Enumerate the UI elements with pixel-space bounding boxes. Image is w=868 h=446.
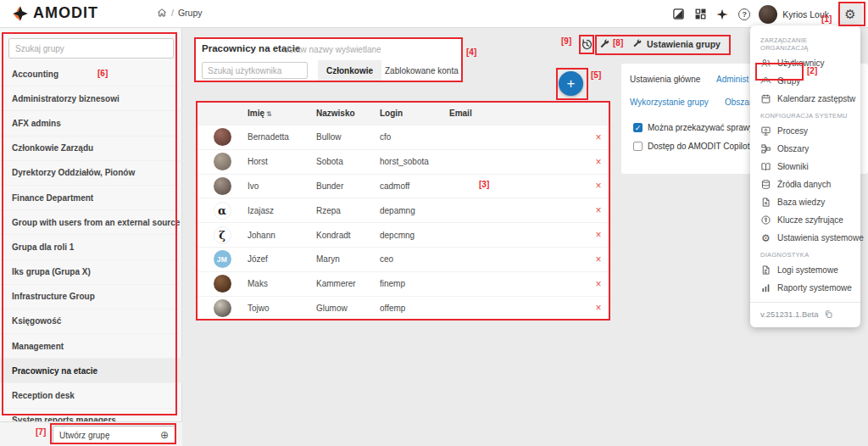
table-row[interactable]: ζ Johann Kondradt depcmng × bbox=[197, 222, 610, 247]
groups-icon bbox=[760, 75, 771, 86]
history-icon[interactable] bbox=[579, 36, 594, 52]
wrench-icon bbox=[632, 39, 643, 49]
logo-text: AMODIT bbox=[33, 4, 98, 22]
breadcrumb-current[interactable]: Grupy bbox=[178, 8, 203, 18]
set-display-names-field[interactable]: Ustaw nazwy wyświetlane bbox=[283, 45, 381, 54]
group-item[interactable]: Iks grupa (Grupa X) bbox=[0, 260, 182, 285]
plus-circle-icon: ⊕ bbox=[160, 429, 169, 441]
col-last-name[interactable]: Nazwisko bbox=[316, 109, 380, 118]
group-item[interactable]: System reports managers bbox=[0, 409, 182, 421]
theme-contrast-icon[interactable] bbox=[667, 3, 689, 25]
top-right-icons: ? Kyrios Louk ⚙ bbox=[667, 0, 868, 28]
table-row[interactable]: JM Józef Maryn ceo × bbox=[197, 247, 610, 271]
create-group-button[interactable]: Utwórz grupę ⊕ bbox=[53, 426, 175, 444]
help-icon[interactable]: ? bbox=[733, 3, 755, 25]
tab-administrators[interactable]: Administ bbox=[716, 75, 748, 84]
menu-item-substitution-calendar[interactable]: Kalendarz zastępstw bbox=[750, 90, 860, 108]
group-item-selected[interactable]: Pracownicy na etacie bbox=[0, 359, 182, 383]
group-item[interactable]: Reception desk bbox=[0, 383, 182, 408]
copy-icon[interactable] bbox=[824, 309, 833, 319]
remove-member-icon[interactable]: × bbox=[587, 229, 610, 241]
system-settings-gear-icon: ⚙ bbox=[760, 233, 771, 243]
system-logs-icon bbox=[760, 265, 771, 276]
table-row[interactable]: Bernadetta Bullow cfo × bbox=[197, 125, 610, 149]
remove-member-icon[interactable]: × bbox=[587, 254, 610, 265]
version-text: v.251231.1.Beta bbox=[760, 309, 819, 319]
amodit-logo[interactable]: AMODIT bbox=[12, 4, 98, 22]
group-item[interactable]: Księgowość bbox=[0, 309, 182, 334]
table-row[interactable]: Horst Sobota horst_sobota × bbox=[197, 149, 610, 174]
menu-item-system-settings[interactable]: ⚙ Ustawienia systemowe bbox=[750, 229, 860, 247]
user-search-input[interactable] bbox=[202, 62, 308, 79]
menu-item-groups[interactable]: Grupy bbox=[750, 72, 860, 90]
group-item[interactable]: AFX admins bbox=[0, 111, 182, 136]
menu-item-encryption-keys[interactable]: Klucze szyfrujące bbox=[750, 211, 860, 229]
tab-blocked-accounts[interactable]: Zablokowane konta bbox=[383, 60, 460, 81]
menu-item-knowledge-base[interactable]: Baza wiedzy bbox=[750, 193, 860, 211]
version-row: v.251231.1.Beta bbox=[750, 303, 860, 324]
group-item[interactable]: Finance Department bbox=[0, 186, 182, 210]
ai-sparkle-icon[interactable] bbox=[711, 3, 733, 25]
checkbox-label: Można przekazywać sprawy do bbox=[648, 123, 765, 132]
add-member-button[interactable]: + bbox=[559, 71, 583, 96]
group-item[interactable]: Grupa dla roli 1 bbox=[0, 235, 182, 259]
wrench-icon[interactable] bbox=[598, 37, 611, 51]
menu-section-header: DIAGNOSTYKA bbox=[750, 247, 860, 261]
group-item[interactable]: Management bbox=[0, 334, 182, 359]
group-item[interactable]: Członkowie Zarządu bbox=[0, 137, 182, 161]
remove-member-icon[interactable]: × bbox=[587, 302, 610, 314]
menu-item-data-sources[interactable]: Źródła danych bbox=[750, 176, 860, 193]
tab-main-settings[interactable]: Ustawienia główne bbox=[630, 75, 700, 84]
remove-member-icon[interactable]: × bbox=[587, 278, 610, 290]
table-row[interactable]: Maks Kammerer finemp × bbox=[197, 271, 610, 296]
group-item[interactable]: Accounting bbox=[0, 62, 182, 86]
avatar: JM bbox=[214, 250, 231, 268]
members-table: Imię⇅ Nazwisko Login Email Bernadetta Bu… bbox=[197, 102, 610, 321]
group-header-card: Pracownicy na etacie Ustaw nazwy wyświet… bbox=[195, 38, 462, 82]
data-sources-icon bbox=[760, 179, 771, 190]
menu-section-header: KONFIGURACJA SYSTEMU bbox=[750, 108, 860, 122]
tab-members[interactable]: Członkowie bbox=[318, 60, 381, 81]
apps-grid-icon[interactable] bbox=[689, 3, 711, 25]
menu-item-areas[interactable]: Obszary bbox=[750, 140, 860, 158]
tab-group-usage[interactable]: Wykorzystanie grupy bbox=[630, 98, 709, 107]
col-email[interactable]: Email bbox=[449, 109, 587, 118]
amodit-app: AMODIT / Grupy bbox=[0, 0, 868, 446]
group-settings-button[interactable]: Ustawienia grupy bbox=[632, 36, 721, 52]
group-item[interactable]: Group with users from an external source bbox=[0, 210, 182, 235]
avatar bbox=[214, 153, 231, 170]
remove-member-icon[interactable]: × bbox=[587, 156, 610, 168]
group-item[interactable]: Dyrektorzy Oddziałów, Pionów bbox=[0, 161, 182, 186]
col-first-name[interactable]: Imię⇅ bbox=[248, 109, 316, 118]
menu-item-processes[interactable]: Procesy bbox=[750, 122, 860, 140]
dictionaries-icon bbox=[760, 161, 771, 172]
group-item[interactable]: Administratorzy biznesowi bbox=[0, 86, 182, 111]
remove-member-icon[interactable]: × bbox=[587, 131, 610, 143]
menu-item-dictionaries[interactable]: Słowniki bbox=[750, 158, 860, 176]
gear-icon[interactable]: ⚙ bbox=[837, 3, 863, 25]
users-icon bbox=[760, 58, 771, 69]
group-search-input[interactable] bbox=[8, 38, 174, 59]
top-bar: AMODIT / Grupy bbox=[0, 0, 868, 28]
home-icon[interactable] bbox=[157, 8, 167, 18]
menu-item-system-logs[interactable]: Logi systemowe bbox=[750, 261, 860, 279]
breadcrumb: / Grupy bbox=[157, 8, 203, 18]
user-name: Kyrios Louk bbox=[782, 9, 829, 20]
table-row[interactable]: Ivo Bunder cadmoff × bbox=[197, 174, 610, 198]
user-avatar[interactable] bbox=[759, 5, 777, 24]
group-item[interactable]: Infrastructure Group bbox=[0, 285, 182, 309]
menu-item-users[interactable]: Użytkownicy bbox=[750, 54, 860, 72]
menu-item-system-reports[interactable]: Raporty systemowe bbox=[750, 279, 860, 297]
remove-member-icon[interactable]: × bbox=[587, 180, 610, 192]
checkbox-unchecked[interactable] bbox=[633, 142, 643, 151]
create-group-label: Utwórz grupę bbox=[59, 431, 109, 440]
table-row[interactable]: Tojwo Glumow offemp × bbox=[197, 296, 610, 321]
table-row[interactable]: α Izajasz Rzepa depamng × bbox=[197, 198, 610, 222]
checkbox-checked[interactable]: ✓ bbox=[633, 123, 643, 132]
group-list: Accounting Administratorzy biznesowi AFX… bbox=[0, 62, 182, 421]
col-login[interactable]: Login bbox=[380, 109, 449, 118]
remove-member-icon[interactable]: × bbox=[587, 204, 610, 216]
menu-section-header: ZARZĄDZANIE ORGANIZACJĄ bbox=[750, 32, 860, 54]
avatar: ζ bbox=[214, 226, 231, 244]
table-header-row: Imię⇅ Nazwisko Login Email bbox=[197, 102, 610, 125]
